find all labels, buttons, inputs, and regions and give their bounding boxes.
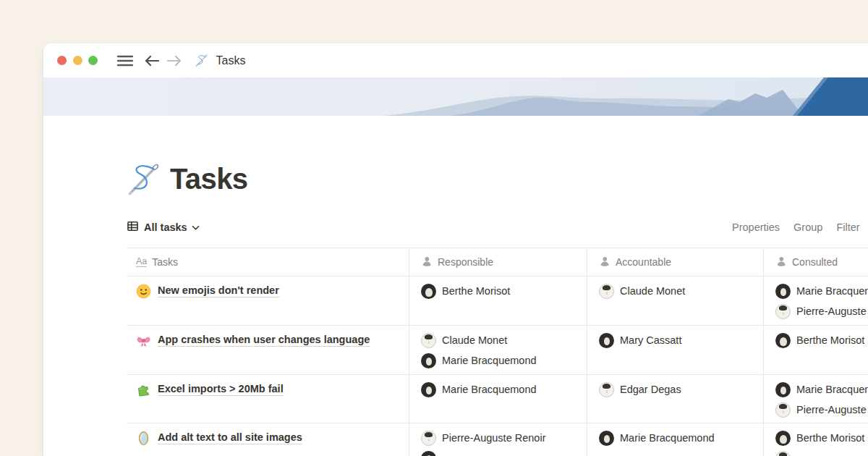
- person-chip[interactable]: Marie Bracquemond: [775, 379, 868, 400]
- accountable-cell[interactable]: Claude Monet: [587, 276, 763, 325]
- table-row: App crashes when user changes language C…: [127, 326, 868, 375]
- avatar: [599, 431, 614, 446]
- avatar: [421, 431, 436, 446]
- person-chip[interactable]: Mary Cassatt: [599, 330, 757, 350]
- avatar: [775, 284, 791, 299]
- person-name: Pierre-Auguste Renoir: [796, 404, 868, 415]
- accountable-cell[interactable]: Mary Cassatt: [587, 326, 763, 374]
- mirror-emoji: [136, 431, 151, 446]
- consulted-cell[interactable]: Berthe Morisot: [763, 326, 868, 374]
- responsible-cell[interactable]: Marie Bracquemond: [409, 375, 587, 423]
- person-chip[interactable]: Pierre-Auguste Renoir: [775, 301, 868, 321]
- task-title-link[interactable]: New emojis don't render: [158, 284, 279, 297]
- person-chip[interactable]: Berthe Morisot: [421, 281, 581, 301]
- view-bar: All tasks Properties Group Filter: [127, 216, 868, 239]
- page-title[interactable]: Tasks: [170, 163, 247, 195]
- avatar: [775, 431, 791, 446]
- column-header-responsible[interactable]: Responsible: [409, 248, 587, 276]
- consulted-cell[interactable]: Berthe Morisot: [763, 423, 868, 456]
- table-view-icon: [127, 220, 139, 235]
- person-name: Claude Monet: [620, 285, 685, 297]
- person-name: Claude Monet: [442, 334, 507, 346]
- consulted-cell[interactable]: Marie Bracquemond Pierre-Auguste Renoir: [763, 276, 868, 325]
- person-chip[interactable]: [421, 448, 581, 456]
- person-chip[interactable]: Marie Bracquemond: [421, 350, 581, 371]
- column-header-consulted[interactable]: Consulted: [763, 248, 868, 276]
- close-window-button[interactable]: [57, 56, 67, 65]
- task-cell[interactable]: Add alt text to all site images: [127, 423, 409, 456]
- properties-button[interactable]: Properties: [732, 221, 780, 233]
- forward-arrow-icon[interactable]: [166, 55, 182, 67]
- table-row: Excel imports > 20Mb fail Marie Bracquem…: [127, 375, 868, 423]
- person-name: Marie Bracquemond: [442, 384, 537, 395]
- avatar: [775, 451, 791, 456]
- responsible-cell[interactable]: Claude Monet Marie Bracquemond: [409, 326, 587, 374]
- view-switcher-all-tasks[interactable]: All tasks: [127, 220, 200, 235]
- mountain-cover-graphic: [43, 77, 868, 116]
- zoom-window-button[interactable]: [88, 56, 98, 65]
- view-label: All tasks: [144, 221, 187, 233]
- column-label: Tasks: [152, 256, 178, 268]
- person-chip[interactable]: Marie Bracquemond: [421, 379, 581, 400]
- table-row: Add alt text to all site images Pierre-A…: [127, 423, 868, 456]
- app-window: Tasks Tasks: [43, 43, 868, 456]
- avatar: [421, 382, 436, 397]
- person-chip[interactable]: Berthe Morisot: [775, 428, 868, 448]
- person-name: Pierre-Auguste Renoir: [442, 432, 545, 444]
- avatar: [599, 284, 614, 299]
- consulted-cell[interactable]: Marie Bracquemond Pierre-Auguste Renoir: [763, 375, 868, 423]
- avatar: [421, 353, 436, 368]
- smiley-face-emoji: [136, 284, 151, 299]
- avatar: [599, 382, 614, 397]
- table-row: New emojis don't render Berthe Morisot C…: [127, 276, 868, 326]
- person-chip[interactable]: Edgar Degas: [599, 379, 757, 400]
- minimize-window-button[interactable]: [73, 56, 82, 65]
- person-chip[interactable]: [775, 448, 868, 456]
- person-name: Mary Cassatt: [620, 334, 681, 346]
- accountable-cell[interactable]: Marie Bracquemond: [587, 423, 763, 456]
- responsible-cell[interactable]: Pierre-Auguste Renoir: [409, 423, 587, 456]
- person-chip[interactable]: Claude Monet: [421, 330, 581, 350]
- task-title-link[interactable]: App crashes when user changes language: [158, 334, 370, 347]
- task-cell[interactable]: New emojis don't render: [127, 276, 409, 325]
- person-chip[interactable]: Marie Bracquemond: [599, 428, 757, 448]
- accountable-cell[interactable]: Edgar Degas: [587, 375, 763, 423]
- person-name: Marie Bracquemond: [796, 285, 868, 297]
- person-name: Berthe Morisot: [442, 285, 510, 297]
- avatar: [421, 284, 436, 299]
- chevron-down-icon: [192, 221, 200, 234]
- person-chip[interactable]: Claude Monet: [599, 281, 757, 301]
- person-name: Marie Bracquemond: [796, 384, 868, 395]
- hamburger-menu-icon[interactable]: [117, 55, 133, 67]
- group-button[interactable]: Group: [793, 221, 822, 233]
- avatar: [421, 333, 436, 348]
- column-header-accountable[interactable]: Accountable: [587, 248, 763, 276]
- person-chip[interactable]: Marie Bracquemond: [775, 281, 868, 301]
- task-cell[interactable]: Excel imports > 20Mb fail: [127, 375, 409, 423]
- person-icon: [775, 256, 787, 269]
- back-arrow-icon[interactable]: [145, 55, 160, 67]
- filter-button[interactable]: Filter: [836, 221, 859, 233]
- person-chip[interactable]: Pierre-Auguste Renoir: [775, 400, 868, 420]
- task-title-link[interactable]: Excel imports > 20Mb fail: [158, 383, 284, 396]
- needle-and-thread-emoji[interactable]: [125, 160, 163, 198]
- column-label: Accountable: [616, 256, 671, 268]
- person-chip[interactable]: Berthe Morisot: [775, 330, 868, 350]
- breadcrumb[interactable]: Tasks: [216, 54, 246, 67]
- task-title-link[interactable]: Add alt text to all site images: [158, 431, 302, 444]
- responsible-cell[interactable]: Berthe Morisot: [409, 276, 587, 325]
- task-cell[interactable]: App crashes when user changes language: [127, 326, 409, 374]
- avatar: [775, 333, 791, 348]
- table-header-row: Aa Tasks Responsible Accountable Consult…: [127, 248, 868, 276]
- person-icon: [599, 256, 610, 269]
- person-icon: [421, 256, 433, 269]
- person-name: Pierre-Auguste Renoir: [796, 305, 868, 317]
- needle-and-thread-icon: [194, 53, 209, 68]
- column-label: Consulted: [792, 256, 838, 268]
- window-topbar: Tasks: [43, 43, 868, 77]
- column-header-tasks[interactable]: Aa Tasks: [127, 248, 409, 276]
- view-actions: Properties Group Filter: [732, 216, 860, 239]
- text-type-icon: Aa: [136, 257, 147, 268]
- person-name: Marie Bracquemond: [442, 355, 537, 366]
- person-chip[interactable]: Pierre-Auguste Renoir: [421, 428, 581, 448]
